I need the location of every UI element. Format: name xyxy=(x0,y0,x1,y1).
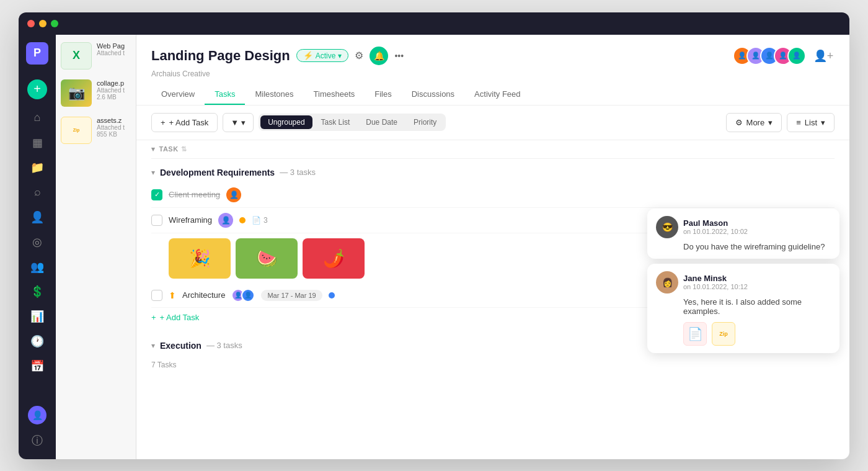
section-count-development: — 3 tasks xyxy=(280,168,316,177)
attachment-thumb-1[interactable]: 🎉 xyxy=(169,238,231,279)
task-status-dot-3 xyxy=(329,292,335,298)
filter-icon: ▼ xyxy=(231,118,239,127)
more-button[interactable]: ⚙ More ▾ xyxy=(726,113,782,132)
comment-1-avatar: 😎 xyxy=(656,216,678,238)
tab-files[interactable]: Files xyxy=(365,84,401,105)
attachment-thumb-2[interactable]: 🍉 xyxy=(236,238,298,279)
sidebar: P + ⌂ ▦ 📁 ⌕ 👤 ◎ 👥 💲 📊 🕐 📅 👤 ⓘ xyxy=(19,35,56,459)
task-avatar-3b: 👤 xyxy=(241,289,255,302)
file-name-zip: assets.z xyxy=(97,117,125,124)
add-task-label-inner: + Add Task xyxy=(160,313,200,322)
task-avatar-2: 👤 xyxy=(218,213,233,228)
comment-1-text: Do you have the wireframing guideline? xyxy=(683,242,831,251)
team-icon[interactable]: 👥 xyxy=(26,256,48,278)
list-label: List xyxy=(805,118,817,127)
grouping-buttons: Ungrouped Task List Due Date Priority xyxy=(259,114,446,131)
task-column-header: ▾ TASK ⇅ xyxy=(151,140,835,159)
home-icon[interactable]: ⌂ xyxy=(26,107,48,129)
add-task-button[interactable]: + + Add Task xyxy=(151,113,218,132)
task-date-3: Mar 17 - Mar 19 xyxy=(261,290,322,301)
comment-1-time: on 10.01.2022, 10:02 xyxy=(683,228,748,235)
file-size-collage: 2.6 MB xyxy=(97,94,125,101)
avatar-5[interactable]: 👤 xyxy=(787,47,806,65)
task-avatar-1: 👤 xyxy=(226,187,241,202)
add-member-icon[interactable]: 👤+ xyxy=(812,45,835,67)
add-task-icon: + xyxy=(151,313,156,322)
file-count-label: 3 xyxy=(264,216,268,225)
project-header: Landing Page Design ⚡ Active ▾ ⚙ 🔔 ••• 👤 xyxy=(136,35,849,105)
list-view-button[interactable]: ≡ List ▾ xyxy=(787,113,835,132)
chart-icon[interactable]: 📊 xyxy=(26,305,48,328)
comment-2-text: Yes, here it is. I also added some examp… xyxy=(683,297,831,316)
group-priority-button[interactable]: Priority xyxy=(406,115,444,129)
folder-icon[interactable]: 📁 xyxy=(26,156,48,179)
plus-icon: + xyxy=(161,118,166,127)
task-name-1: Client meeting xyxy=(169,190,220,199)
group-duedate-button[interactable]: Due Date xyxy=(358,115,405,129)
comment-1-author: Paul Mason xyxy=(683,218,748,228)
grid-icon[interactable]: ▦ xyxy=(26,132,48,154)
person-icon[interactable]: 👤 xyxy=(26,206,48,228)
close-button[interactable] xyxy=(27,20,35,27)
info-icon[interactable]: ⓘ xyxy=(26,429,48,452)
file-item-excel: X Web Pag Attached t xyxy=(61,42,131,70)
section-count-execution: — 3 tasks xyxy=(206,341,242,350)
more-label: More xyxy=(746,118,765,127)
file-meta-zip: Attached t xyxy=(97,124,125,131)
group-ungrouped-button[interactable]: Ungrouped xyxy=(260,115,312,129)
comment-2-author: Jane Minsk xyxy=(683,274,748,283)
tab-milestones[interactable]: Milestones xyxy=(245,84,303,105)
calendar-icon[interactable]: 📅 xyxy=(26,355,48,377)
section-development: ▾ Development Requirements — 3 tasks xyxy=(151,159,835,182)
task-name-2: Wireframing xyxy=(169,215,212,225)
settings-icon[interactable]: ⚙ xyxy=(355,50,363,61)
filter-dropdown-icon: ▾ xyxy=(241,118,246,127)
status-badge[interactable]: ⚡ Active ▾ xyxy=(296,49,349,62)
tab-tasks[interactable]: Tasks xyxy=(205,84,245,105)
dollar-icon[interactable]: 💲 xyxy=(26,280,48,303)
tab-discussions[interactable]: Discussions xyxy=(402,84,464,105)
project-subtitle: Archaius Creative xyxy=(151,70,835,78)
file-icon: 📄 xyxy=(252,216,261,225)
file-item-zip: Zip assets.z Attached t 855 KB xyxy=(61,117,131,144)
attachment-thumb-3[interactable]: 🌶️ xyxy=(303,238,365,279)
gear-settings-icon: ⚙ xyxy=(735,118,743,127)
more-options-icon[interactable]: ••• xyxy=(394,51,404,61)
status-text: Active xyxy=(316,52,336,60)
task-name-3: Architecture xyxy=(182,290,225,300)
comment-file-pdf[interactable]: 📄 xyxy=(683,322,707,346)
file-size-zip: 855 KB xyxy=(97,131,125,138)
clock-icon[interactable]: 🕐 xyxy=(26,330,48,352)
file-name-collage: collage.p xyxy=(97,79,125,87)
sidebar-logo[interactable]: P xyxy=(26,42,48,65)
execution-collapse-icon[interactable]: ▾ xyxy=(151,341,155,350)
list-chevron-icon: ▾ xyxy=(821,118,825,127)
comment-file-zip[interactable]: Zip xyxy=(712,322,735,346)
task-checkbox-2[interactable] xyxy=(151,215,162,226)
priority-icon-3: ⬆ xyxy=(169,290,176,300)
traffic-lights xyxy=(27,20,58,27)
filter-button[interactable]: ▼ ▾ xyxy=(223,113,254,132)
section-collapse-icon[interactable]: ▾ xyxy=(151,168,155,177)
app-window: P + ⌂ ▦ 📁 ⌕ 👤 ◎ 👥 💲 📊 🕐 📅 👤 ⓘ xyxy=(19,12,849,459)
minimize-button[interactable] xyxy=(39,20,46,27)
comment-2: 👩 Jane Minsk on 10.01.2022, 10:12 Yes, h… xyxy=(647,264,839,353)
file-meta-excel: Attached t xyxy=(97,50,125,56)
user-profile-icon[interactable]: 👤 xyxy=(28,406,46,424)
add-button[interactable]: + xyxy=(27,79,47,99)
tab-activity[interactable]: Activity Feed xyxy=(464,84,530,105)
section-title-development: Development Requirements xyxy=(160,168,275,177)
tab-overview[interactable]: Overview xyxy=(151,84,205,105)
notification-icon[interactable]: 🔔 xyxy=(370,47,388,65)
search-icon[interactable]: ⌕ xyxy=(26,181,48,204)
comment-2-time: on 10.01.2022, 10:12 xyxy=(683,283,748,290)
tab-timesheets[interactable]: Timesheets xyxy=(304,84,365,105)
task-checkbox-1[interactable] xyxy=(151,189,162,200)
group-tasklist-button[interactable]: Task List xyxy=(314,115,358,129)
project-title: Landing Page Design xyxy=(151,48,290,64)
file-name-excel: Web Pag xyxy=(97,42,125,50)
task-checkbox-3[interactable] xyxy=(151,290,162,301)
maximize-button[interactable] xyxy=(51,20,58,27)
eye-icon[interactable]: ◎ xyxy=(26,231,48,253)
task-file-count-2: 📄 3 xyxy=(252,216,268,225)
